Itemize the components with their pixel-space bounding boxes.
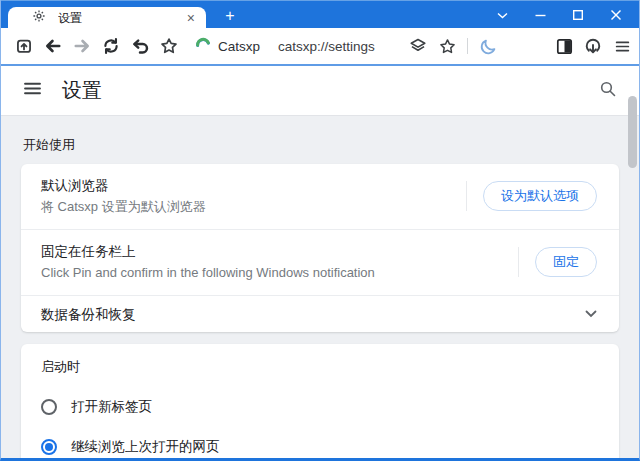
- row-separator: [518, 247, 519, 277]
- startup-option-newtab-label: 打开新标签页: [71, 398, 152, 416]
- tab-title: 设置: [58, 10, 184, 27]
- minimize-button[interactable]: [521, 1, 559, 29]
- brand-label: Catsxp: [218, 39, 260, 54]
- toolbar-separator: [467, 38, 468, 54]
- pin-taskbar-title: 固定在任务栏上: [41, 241, 518, 262]
- scrollbar-thumb[interactable]: [628, 96, 637, 168]
- default-browser-title: 默认浏览器: [41, 175, 466, 196]
- downloads-icon[interactable]: [584, 37, 602, 55]
- backup-restore-title: 数据备份和恢复: [41, 304, 585, 325]
- pin-taskbar-row: 固定在任务栏上 Click Pin and confirm in the fol…: [21, 230, 619, 295]
- section-label-get-started: 开始使用: [21, 116, 619, 164]
- forward-icon[interactable]: [73, 37, 91, 55]
- default-browser-subtitle: 将 Catsxp 设置为默认浏览器: [41, 196, 466, 217]
- maximize-button[interactable]: [559, 1, 597, 29]
- new-tab-button[interactable]: +: [218, 6, 242, 26]
- undo-icon[interactable]: [131, 37, 149, 55]
- window-menu-chevron-icon[interactable]: [483, 1, 521, 29]
- startup-card: 启动时 打开新标签页 继续浏览上次打开的网页: [21, 344, 619, 461]
- get-started-card: 默认浏览器 将 Catsxp 设置为默认浏览器 设为默认选项 固定在任务栏上 C…: [21, 164, 619, 332]
- titlebar: 设置 × +: [1, 0, 639, 28]
- tab-settings[interactable]: 设置 ×: [8, 7, 206, 29]
- chevron-down-icon: [585, 310, 597, 318]
- pin-button[interactable]: 固定: [535, 247, 597, 277]
- radio-icon[interactable]: [41, 439, 57, 455]
- backup-restore-row[interactable]: 数据备份和恢复: [21, 296, 619, 332]
- split-view-icon[interactable]: [555, 37, 573, 55]
- toolbar: Catsxp catsxp://settings: [1, 28, 639, 64]
- layers-icon[interactable]: [409, 37, 427, 55]
- pin-taskbar-subtitle: Click Pin and confirm in the following W…: [41, 262, 518, 283]
- startup-section-label: 启动时: [21, 358, 619, 376]
- startup-option-continue[interactable]: 继续浏览上次打开的网页: [21, 438, 619, 456]
- origin-chip[interactable]: Catsxp: [195, 36, 260, 56]
- set-default-button[interactable]: 设为默认选项: [483, 181, 597, 211]
- default-browser-row: 默认浏览器 将 Catsxp 设置为默认浏览器 设为默认选项: [21, 164, 619, 229]
- refresh-icon[interactable]: [102, 37, 120, 55]
- row-separator: [466, 181, 467, 211]
- search-icon[interactable]: [599, 80, 617, 102]
- upload-box-icon[interactable]: [15, 37, 33, 55]
- close-button[interactable]: [597, 1, 635, 29]
- tab-close-icon[interactable]: ×: [184, 11, 198, 25]
- browser-menu-icon[interactable]: [613, 37, 631, 55]
- startup-option-continue-label: 继续浏览上次打开的网页: [71, 438, 220, 456]
- settings-header: 设置: [1, 66, 639, 116]
- startup-option-newtab[interactable]: 打开新标签页: [21, 398, 619, 416]
- catsxp-logo: [195, 36, 211, 56]
- settings-content: 开始使用 默认浏览器 将 Catsxp 设置为默认浏览器 设为默认选项 固定在任…: [1, 116, 639, 461]
- back-icon[interactable]: [44, 37, 62, 55]
- page-title: 设置: [62, 77, 599, 104]
- settings-menu-icon[interactable]: [23, 79, 42, 102]
- dark-mode-moon-icon[interactable]: [479, 37, 497, 55]
- gear-favicon-icon: [32, 9, 46, 27]
- radio-icon[interactable]: [41, 399, 57, 415]
- browser-window: 设置 × +: [0, 0, 640, 461]
- bookmark-star-icon[interactable]: [438, 37, 456, 55]
- address-url[interactable]: catsxp://settings: [278, 39, 375, 54]
- home-star-icon[interactable]: [160, 37, 178, 55]
- scrollbar-track[interactable]: [627, 66, 638, 458]
